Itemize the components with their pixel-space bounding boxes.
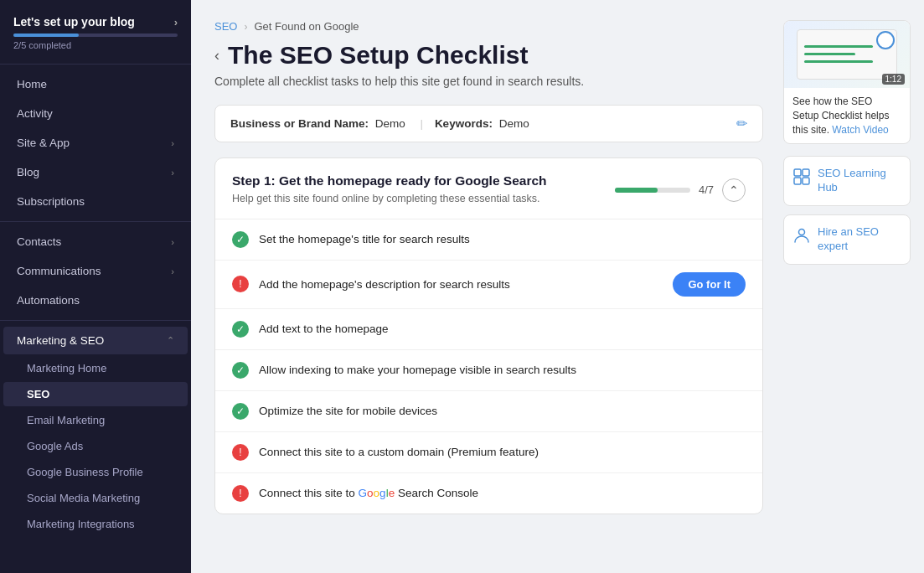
- checklist-item-left: ✓ Allow indexing to make your homepage v…: [232, 362, 576, 379]
- sidebar-sub-item-label: Google Ads: [27, 440, 83, 452]
- sidebar-sub-item-google-business-profile[interactable]: Google Business Profile: [3, 460, 188, 484]
- meta-bar: Business or Brand Name: Demo | Keywords:…: [214, 105, 763, 142]
- sidebar-blog-title-row: Let's set up your blog ›: [13, 15, 178, 28]
- sidebar-item-activity[interactable]: Activity: [3, 100, 188, 127]
- right-panel: 1:12 See how the SEO Setup Checklist hel…: [783, 0, 924, 573]
- page-title-text: The SEO Setup Checklist: [228, 41, 528, 70]
- sidebar-chevron-right-icon: ›: [174, 16, 178, 28]
- seo-hub-card[interactable]: SEO Learning Hub: [783, 156, 911, 206]
- edit-icon[interactable]: ✏: [736, 116, 747, 132]
- step-count: 4/7: [699, 183, 714, 196]
- step-description: Help get this site found online by compl…: [232, 192, 547, 207]
- search-icon: [876, 31, 895, 49]
- hire-expert-card[interactable]: Hire an SEO expert: [783, 214, 911, 265]
- checklist-item-text: Allow indexing to make your homepage vis…: [259, 364, 576, 376]
- sidebar-blog-title-text: Let's set up your blog: [13, 15, 135, 28]
- chevron-up-icon: ⌃: [167, 335, 174, 346]
- video-art-line: [804, 45, 873, 48]
- step-header: Step 1: Get the homepage ready for Googl…: [215, 158, 762, 219]
- step-progress-bar-wrap: [615, 188, 690, 193]
- sidebar-sub-item-label: Marketing Home: [27, 362, 106, 374]
- checklist-item: ✓ Set the homepage's title for search re…: [215, 219, 762, 261]
- checklist-item-text: Optimize the site for mobile devices: [259, 405, 437, 417]
- sidebar-sub-item-label: Social Media Marketing: [27, 492, 140, 504]
- video-watch-link[interactable]: Watch Video: [832, 124, 888, 136]
- checklist-item-left: ✓ Optimize the site for mobile devices: [232, 403, 437, 420]
- chevron-right-icon: ›: [171, 266, 174, 276]
- brand-label: Business or Brand Name:: [230, 117, 369, 130]
- breadcrumb: SEO › Get Found on Google: [214, 20, 763, 33]
- checklist-item: ✓ Allow indexing to make your homepage v…: [215, 350, 762, 391]
- seo-hub-label: SEO Learning Hub: [818, 167, 901, 195]
- checklist-item-left: ✓ Add text to the homepage: [232, 321, 389, 338]
- meta-sep: |: [421, 117, 424, 130]
- check-done-icon: ✓: [232, 231, 249, 248]
- sidebar-sub-item-email-marketing[interactable]: Email Marketing: [3, 408, 188, 432]
- sidebar-sub-item-google-ads[interactable]: Google Ads: [3, 434, 188, 458]
- sidebar-item-label: Automations: [17, 294, 80, 307]
- sidebar-item-home[interactable]: Home: [3, 70, 188, 98]
- check-done-icon: ✓: [232, 403, 249, 420]
- sidebar-item-marketing-seo[interactable]: Marketing & SEO ⌃: [3, 327, 188, 354]
- progress-bar-fill: [13, 34, 79, 37]
- keywords-label: Keywords:: [435, 117, 493, 130]
- sidebar-item-label: Site & App: [17, 137, 70, 149]
- content-area: SEO › Get Found on Google ‹ The SEO Setu…: [191, 0, 783, 573]
- checklist-item-left: ! Connect this site to Google Search Con…: [232, 485, 478, 502]
- sidebar-item-label: Home: [17, 78, 47, 90]
- sidebar-item-site-app[interactable]: Site & App ›: [3, 129, 188, 157]
- breadcrumb-separator: ›: [244, 21, 247, 33]
- check-done-icon: ✓: [232, 321, 249, 338]
- hire-expert-label: Hire an SEO expert: [818, 225, 901, 254]
- google-brand-text: Google: [359, 487, 395, 499]
- svg-rect-0: [794, 169, 801, 176]
- sidebar-item-label: Subscriptions: [17, 195, 85, 208]
- checklist-item: ✓ Optimize the site for mobile devices: [215, 391, 762, 432]
- main-content: SEO › Get Found on Google ‹ The SEO Setu…: [191, 0, 924, 573]
- video-thumbnail[interactable]: 1:12: [784, 21, 910, 88]
- sidebar-item-label: Activity: [17, 107, 53, 120]
- checklist-item-text: Connect this site to a custom domain (Pr…: [259, 446, 539, 458]
- checklist-item: ✓ Add text to the homepage: [215, 309, 762, 350]
- check-done-icon: ✓: [232, 362, 249, 379]
- go-for-it-button[interactable]: Go for It: [673, 272, 746, 297]
- check-error-icon: !: [232, 485, 249, 502]
- sidebar-item-automations[interactable]: Automations: [3, 286, 188, 314]
- sidebar-sub-item-social-media-marketing[interactable]: Social Media Marketing: [3, 486, 188, 510]
- sidebar-sub-item-marketing-integrations[interactable]: Marketing Integrations: [3, 512, 188, 536]
- step-toggle-button[interactable]: ⌃: [722, 178, 746, 202]
- video-art-line: [804, 53, 855, 55]
- seo-hub-icon: [792, 168, 811, 186]
- checklist-item: ! Connect this site to a custom domain (…: [215, 432, 762, 473]
- breadcrumb-parent[interactable]: SEO: [214, 20, 237, 33]
- video-art-line: [804, 60, 873, 63]
- meta-bar-info: Business or Brand Name: Demo | Keywords:…: [230, 117, 533, 130]
- svg-point-4: [799, 230, 805, 235]
- checklist-card: Step 1: Get the homepage ready for Googl…: [214, 157, 763, 514]
- sidebar-item-blog[interactable]: Blog ›: [3, 158, 188, 186]
- step-progress: 4/7 ⌃: [615, 178, 746, 202]
- sidebar-sub-item-seo[interactable]: SEO: [3, 382, 188, 406]
- step-progress-bar-fill: [615, 188, 658, 193]
- svg-rect-2: [794, 178, 801, 184]
- video-caption: See how the SEO Setup Checklist helps th…: [784, 88, 910, 143]
- sidebar: Let's set up your blog › 2/5 completed H…: [0, 0, 191, 573]
- page-title-row: ‹ The SEO Setup Checklist: [214, 41, 763, 70]
- sidebar-header: Let's set up your blog › 2/5 completed: [0, 0, 191, 59]
- chevron-right-icon: ›: [171, 168, 174, 178]
- sidebar-item-contacts[interactable]: Contacts ›: [3, 228, 188, 256]
- sidebar-item-communications[interactable]: Communications ›: [3, 257, 188, 285]
- checklist-item-text: Set the homepage's title for search resu…: [259, 233, 470, 245]
- sidebar-progress-text: 2/5 completed: [13, 40, 178, 50]
- sidebar-item-subscriptions[interactable]: Subscriptions: [3, 188, 188, 215]
- page-subtitle: Complete all checklist tasks to help thi…: [214, 75, 763, 88]
- sidebar-sub-item-label: SEO: [27, 388, 49, 400]
- back-arrow-icon[interactable]: ‹: [214, 47, 219, 65]
- sidebar-sub-item-marketing-home[interactable]: Marketing Home: [3, 356, 188, 380]
- step-info: Step 1: Get the homepage ready for Googl…: [232, 173, 547, 207]
- sidebar-item-label: Contacts: [17, 235, 61, 248]
- check-error-icon: !: [232, 276, 249, 292]
- check-error-icon: !: [232, 444, 249, 461]
- sidebar-sub-item-label: Google Business Profile: [27, 466, 143, 478]
- video-duration: 1:12: [882, 74, 905, 85]
